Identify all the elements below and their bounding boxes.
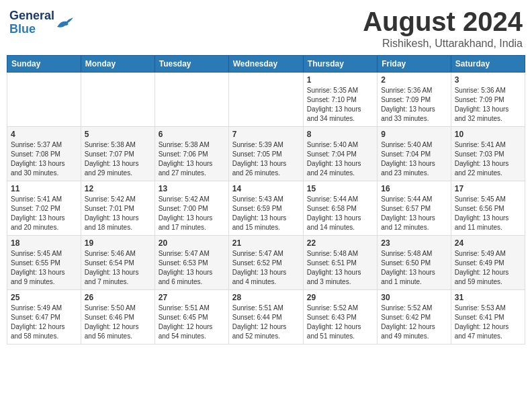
logo: General Blue bbox=[9, 9, 75, 36]
calendar-week-4: 18Sunrise: 5:45 AMSunset: 6:55 PMDayligh… bbox=[7, 236, 525, 290]
day-info: Sunrise: 5:35 AMSunset: 7:10 PMDaylight:… bbox=[307, 86, 373, 124]
calendar-week-5: 25Sunrise: 5:49 AMSunset: 6:47 PMDayligh… bbox=[7, 290, 525, 345]
calendar-header-thursday: Thursday bbox=[303, 56, 377, 73]
calendar-cell: 15Sunrise: 5:44 AMSunset: 6:58 PMDayligh… bbox=[303, 181, 377, 236]
calendar-week-3: 11Sunrise: 5:41 AMSunset: 7:02 PMDayligh… bbox=[7, 181, 525, 236]
day-info: Sunrise: 5:42 AMSunset: 7:01 PMDaylight:… bbox=[85, 195, 151, 232]
day-info: Sunrise: 5:43 AMSunset: 6:59 PMDaylight:… bbox=[232, 195, 300, 232]
day-number: 27 bbox=[159, 293, 225, 302]
day-info: Sunrise: 5:40 AMSunset: 7:04 PMDaylight:… bbox=[381, 140, 447, 178]
month-title: August 2024 bbox=[363, 7, 523, 36]
calendar-cell: 28Sunrise: 5:51 AMSunset: 6:44 PMDayligh… bbox=[228, 290, 303, 345]
day-info: Sunrise: 5:45 AMSunset: 6:55 PMDaylight:… bbox=[11, 249, 77, 287]
day-number: 8 bbox=[307, 130, 373, 139]
day-number: 13 bbox=[159, 184, 225, 193]
day-number: 17 bbox=[455, 184, 521, 193]
day-number: 1 bbox=[307, 75, 373, 85]
day-number: 30 bbox=[381, 293, 447, 302]
calendar-cell: 22Sunrise: 5:48 AMSunset: 6:51 PMDayligh… bbox=[303, 236, 377, 290]
calendar-week-1: 1Sunrise: 5:35 AMSunset: 7:10 PMDaylight… bbox=[7, 73, 525, 127]
day-info: Sunrise: 5:45 AMSunset: 6:56 PMDaylight:… bbox=[455, 195, 521, 232]
day-number: 19 bbox=[85, 238, 151, 248]
logo-blue-text: Blue bbox=[9, 23, 54, 36]
calendar-cell: 11Sunrise: 5:41 AMSunset: 7:02 PMDayligh… bbox=[7, 181, 81, 236]
calendar-cell: 30Sunrise: 5:52 AMSunset: 6:42 PMDayligh… bbox=[378, 290, 451, 345]
calendar-cell: 13Sunrise: 5:42 AMSunset: 7:00 PMDayligh… bbox=[154, 181, 228, 236]
day-number: 16 bbox=[381, 184, 447, 193]
calendar-header-row: SundayMondayTuesdayWednesdayThursdayFrid… bbox=[7, 56, 525, 73]
calendar-cell: 12Sunrise: 5:42 AMSunset: 7:01 PMDayligh… bbox=[81, 181, 154, 236]
calendar-table: SundayMondayTuesdayWednesdayThursdayFrid… bbox=[7, 55, 525, 345]
day-info: Sunrise: 5:52 AMSunset: 6:43 PMDaylight:… bbox=[307, 304, 373, 341]
calendar-cell: 5Sunrise: 5:38 AMSunset: 7:07 PMDaylight… bbox=[81, 127, 154, 181]
calendar-header-monday: Monday bbox=[81, 56, 154, 73]
calendar-header-saturday: Saturday bbox=[451, 56, 525, 73]
calendar-cell bbox=[81, 73, 154, 127]
day-info: Sunrise: 5:41 AMSunset: 7:03 PMDaylight:… bbox=[455, 140, 521, 178]
calendar-cell: 25Sunrise: 5:49 AMSunset: 6:47 PMDayligh… bbox=[7, 290, 81, 345]
calendar-cell: 21Sunrise: 5:47 AMSunset: 6:52 PMDayligh… bbox=[228, 236, 303, 290]
day-number: 20 bbox=[159, 238, 225, 248]
calendar-header-tuesday: Tuesday bbox=[154, 56, 228, 73]
day-number: 4 bbox=[11, 130, 77, 139]
calendar-cell: 8Sunrise: 5:40 AMSunset: 7:04 PMDaylight… bbox=[303, 127, 377, 181]
day-info: Sunrise: 5:49 AMSunset: 6:49 PMDaylight:… bbox=[455, 249, 521, 287]
day-info: Sunrise: 5:49 AMSunset: 6:47 PMDaylight:… bbox=[11, 304, 77, 341]
day-info: Sunrise: 5:39 AMSunset: 7:05 PMDaylight:… bbox=[232, 140, 300, 178]
calendar-cell: 27Sunrise: 5:51 AMSunset: 6:45 PMDayligh… bbox=[154, 290, 228, 345]
calendar-cell: 9Sunrise: 5:40 AMSunset: 7:04 PMDaylight… bbox=[378, 127, 451, 181]
calendar-cell: 18Sunrise: 5:45 AMSunset: 6:55 PMDayligh… bbox=[7, 236, 81, 290]
day-info: Sunrise: 5:44 AMSunset: 6:57 PMDaylight:… bbox=[381, 195, 447, 232]
day-number: 5 bbox=[85, 130, 151, 139]
calendar-cell: 4Sunrise: 5:37 AMSunset: 7:08 PMDaylight… bbox=[7, 127, 81, 181]
day-info: Sunrise: 5:48 AMSunset: 6:50 PMDaylight:… bbox=[381, 249, 447, 287]
day-number: 23 bbox=[381, 238, 447, 248]
logo-bird-icon bbox=[56, 15, 75, 31]
day-info: Sunrise: 5:52 AMSunset: 6:42 PMDaylight:… bbox=[381, 304, 447, 341]
day-info: Sunrise: 5:47 AMSunset: 6:53 PMDaylight:… bbox=[159, 249, 225, 287]
day-number: 21 bbox=[232, 238, 300, 248]
calendar-header-friday: Friday bbox=[378, 56, 451, 73]
calendar-cell bbox=[228, 73, 303, 127]
calendar-cell: 24Sunrise: 5:49 AMSunset: 6:49 PMDayligh… bbox=[451, 236, 525, 290]
calendar-cell: 3Sunrise: 5:36 AMSunset: 7:09 PMDaylight… bbox=[451, 73, 525, 127]
calendar-cell: 16Sunrise: 5:44 AMSunset: 6:57 PMDayligh… bbox=[378, 181, 451, 236]
day-info: Sunrise: 5:38 AMSunset: 7:07 PMDaylight:… bbox=[85, 140, 151, 178]
calendar-cell: 6Sunrise: 5:38 AMSunset: 7:06 PMDaylight… bbox=[154, 127, 228, 181]
calendar-cell: 31Sunrise: 5:53 AMSunset: 6:41 PMDayligh… bbox=[451, 290, 525, 345]
page-header: General Blue August 2024 Rishikesh, Utta… bbox=[7, 7, 525, 50]
day-number: 2 bbox=[381, 75, 447, 85]
day-info: Sunrise: 5:53 AMSunset: 6:41 PMDaylight:… bbox=[455, 304, 521, 341]
day-info: Sunrise: 5:51 AMSunset: 6:44 PMDaylight:… bbox=[232, 304, 300, 341]
calendar-header-wednesday: Wednesday bbox=[228, 56, 303, 73]
location: Rishikesh, Uttarakhand, India bbox=[363, 38, 523, 50]
day-number: 26 bbox=[85, 293, 151, 302]
day-number: 3 bbox=[455, 75, 521, 85]
title-area: August 2024 Rishikesh, Uttarakhand, Indi… bbox=[363, 7, 523, 50]
day-number: 11 bbox=[11, 184, 77, 193]
calendar-header-sunday: Sunday bbox=[7, 56, 81, 73]
calendar-cell: 17Sunrise: 5:45 AMSunset: 6:56 PMDayligh… bbox=[451, 181, 525, 236]
calendar-cell bbox=[7, 73, 81, 127]
day-info: Sunrise: 5:48 AMSunset: 6:51 PMDaylight:… bbox=[307, 249, 373, 287]
day-info: Sunrise: 5:42 AMSunset: 7:00 PMDaylight:… bbox=[159, 195, 225, 232]
calendar-cell: 20Sunrise: 5:47 AMSunset: 6:53 PMDayligh… bbox=[154, 236, 228, 290]
day-number: 31 bbox=[455, 293, 521, 302]
day-info: Sunrise: 5:50 AMSunset: 6:46 PMDaylight:… bbox=[85, 304, 151, 341]
day-number: 28 bbox=[232, 293, 300, 302]
day-number: 6 bbox=[159, 130, 225, 139]
calendar-cell: 1Sunrise: 5:35 AMSunset: 7:10 PMDaylight… bbox=[303, 73, 377, 127]
day-number: 25 bbox=[11, 293, 77, 302]
day-info: Sunrise: 5:44 AMSunset: 6:58 PMDaylight:… bbox=[307, 195, 373, 232]
day-info: Sunrise: 5:36 AMSunset: 7:09 PMDaylight:… bbox=[455, 86, 521, 124]
calendar-cell: 19Sunrise: 5:46 AMSunset: 6:54 PMDayligh… bbox=[81, 236, 154, 290]
day-info: Sunrise: 5:41 AMSunset: 7:02 PMDaylight:… bbox=[11, 195, 77, 232]
day-number: 12 bbox=[85, 184, 151, 193]
logo-general-text: General bbox=[9, 9, 54, 23]
day-number: 22 bbox=[307, 238, 373, 248]
day-info: Sunrise: 5:40 AMSunset: 7:04 PMDaylight:… bbox=[307, 140, 373, 178]
day-number: 18 bbox=[11, 238, 77, 248]
calendar-cell: 26Sunrise: 5:50 AMSunset: 6:46 PMDayligh… bbox=[81, 290, 154, 345]
day-info: Sunrise: 5:46 AMSunset: 6:54 PMDaylight:… bbox=[85, 249, 151, 287]
calendar-cell bbox=[154, 73, 228, 127]
